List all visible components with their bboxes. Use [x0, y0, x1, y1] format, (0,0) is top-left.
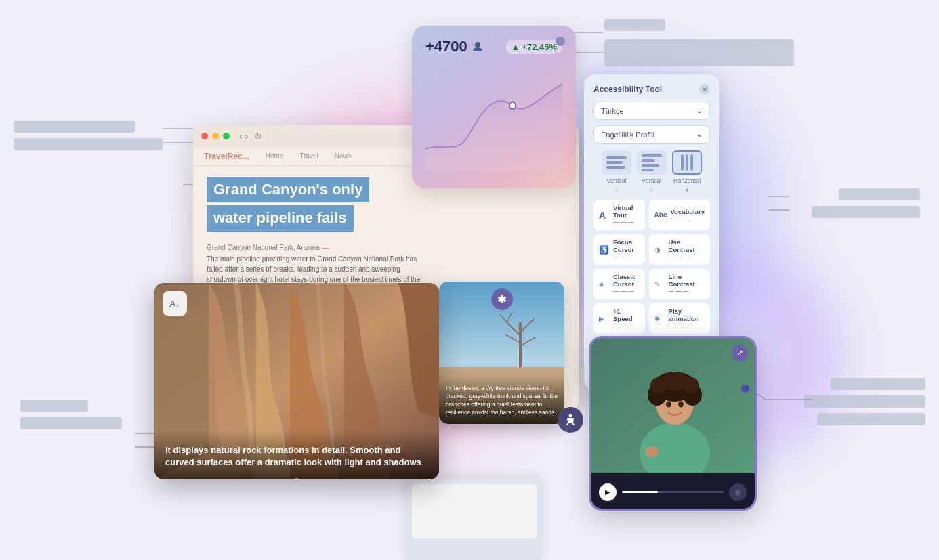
layout-box-horizontal[interactable] [672, 150, 702, 175]
layout-box-vertical-1[interactable] [602, 150, 631, 175]
chevron-down-icon-2: ⌄ [696, 130, 703, 139]
annotation-label-10 [804, 395, 925, 408]
layout-box-vertical-2[interactable] [637, 150, 667, 175]
panel-close-button[interactable]: ✕ [699, 84, 710, 95]
canyon-overlay: It displays natural rock formations in d… [154, 431, 439, 479]
video-progress-bar[interactable] [622, 491, 724, 493]
window-maximize-dot[interactable] [223, 133, 230, 139]
annotation-label-8 [812, 206, 920, 218]
panel-header: Accessibility Tool ✕ [593, 84, 710, 95]
annotation-label-11 [817, 413, 925, 425]
accessibility-icon [564, 413, 577, 427]
vi-bar [606, 161, 623, 164]
classic-cursor-label: Classic Cursor [613, 273, 640, 288]
forward-arrow[interactable]: › [245, 131, 249, 142]
option-text-wrapper: Classic Cursor — — — [613, 273, 640, 295]
hi-bar [686, 154, 688, 171]
stats-growth-badge: ▲ +72.45% [505, 40, 562, 54]
classic-cursor-icon: ◈ [599, 280, 610, 288]
option-vocabulary[interactable]: Abc Vocabulary — — — [649, 200, 710, 230]
use-contrast-desc: — — — [669, 253, 705, 261]
animation-desc: — — — [669, 322, 705, 330]
vocabulary-desc: — — — [670, 215, 705, 223]
users-count-value: +4700 [425, 38, 467, 56]
article-headline-1: Grand Canyon's only [207, 177, 369, 202]
bottom-device [406, 479, 542, 560]
nav-arrows: ‹ › [239, 131, 248, 142]
stats-dot [556, 37, 565, 46]
option-text-wrapper: Focus Cursor — — — [613, 238, 640, 261]
annotation-label-7 [839, 188, 920, 200]
back-arrow[interactable]: ‹ [239, 131, 243, 142]
line-contrast-label: Line Contrast [669, 273, 705, 288]
chevron-down-icon: ⌄ [696, 106, 703, 115]
panel-language-select[interactable]: Türkçe ⌄ [593, 102, 710, 120]
accessibility-button[interactable] [558, 407, 583, 433]
animation-icon: ✱ [654, 315, 665, 322]
corner-arrow-icon: ↗ [736, 348, 743, 358]
option-line-contrast[interactable]: ✎ Line Contrast — — — [649, 269, 710, 299]
svg-point-1 [509, 102, 516, 110]
line-contrast-desc: — — — [669, 288, 705, 295]
video-card: ↗ ▶ ◎ [589, 336, 757, 511]
video-progress-fill [622, 491, 658, 493]
window-close-dot[interactable] [201, 133, 208, 139]
layout-vertical-2[interactable]: Vertical ○ [637, 150, 667, 193]
svg-point-0 [475, 42, 480, 47]
nav-link-travel[interactable]: Travel [299, 152, 318, 160]
panel-profile-select[interactable]: Engellililik Profili ⌄ [593, 125, 710, 144]
option-classic-cursor[interactable]: ◈ Classic Cursor — — — [593, 269, 645, 299]
annotation-label-4 [14, 138, 163, 150]
nav-brand: TravelRec... [204, 152, 249, 161]
option-text-wrapper: Vocabulary — — — [670, 208, 705, 223]
desert-text-overlay: In the desert, a dry tree stands alone. … [439, 376, 564, 424]
annotation-label-5 [20, 400, 88, 412]
annotation-label-2 [604, 39, 794, 66]
cursor-dot [229, 181, 234, 187]
focus-cursor-icon: ♿ [599, 245, 610, 255]
canyon-image: A↕ It displays natural rock formations i… [154, 283, 439, 479]
device-screen [412, 484, 537, 538]
layout-dot-v2: ○ [650, 187, 654, 193]
article-headline-2: water pipeline fails [207, 205, 354, 231]
speed-icon-btn: ◎ [735, 489, 740, 496]
nav-link-home[interactable]: Home [266, 152, 284, 160]
canyon-caption: It displays natural rock formations in d… [165, 444, 428, 469]
virtual-tour-desc: — — — [613, 219, 640, 226]
option-use-contrast[interactable]: ◑ Use Contrast — — — [649, 234, 710, 265]
horizontal-icon [678, 152, 696, 173]
layout-label-h: Horizontal [673, 177, 701, 184]
video-speed-button[interactable]: ◎ [729, 483, 747, 501]
layout-dot-v1: ○ [615, 187, 619, 193]
vi-bar-2 [642, 154, 662, 157]
video-corner-icon: ↗ [732, 345, 748, 361]
option-virtual-tour[interactable]: A Virtual Tour — — — [593, 200, 645, 230]
layout-vertical-1[interactable]: Vertical ○ [602, 150, 631, 193]
nav-link-news[interactable]: News [335, 152, 352, 160]
stats-card-header: +4700 ▲ +72.45% [425, 38, 562, 56]
svg-point-23 [678, 402, 684, 408]
annotation-label-9 [831, 378, 925, 390]
speed-icon: ▶ [599, 315, 610, 322]
vi-bar [606, 166, 625, 169]
growth-value: +72.45% [522, 42, 557, 52]
annotation-label-6 [20, 417, 122, 429]
option-speed[interactable]: ▶ +1 Speed — — — [593, 303, 645, 334]
svg-point-22 [666, 402, 671, 408]
option-animation[interactable]: ✱ Play animation — — — [649, 303, 710, 334]
annotation-label-1 [604, 19, 665, 31]
language-value: Türkçe [601, 107, 624, 115]
option-focus-cursor[interactable]: ♿ Focus Cursor — — — [593, 234, 645, 265]
window-minimize-dot[interactable] [212, 133, 219, 139]
abc-icon: Abc [654, 211, 667, 219]
layout-label-v2: Vertical [642, 177, 662, 184]
video-play-button[interactable]: ▶ [599, 483, 617, 501]
option-text-wrapper: +1 Speed — — — [613, 307, 640, 330]
layout-horizontal[interactable]: Horizontal ● [672, 150, 702, 193]
play-icon: ▶ [605, 488, 610, 496]
hi-bar [681, 154, 684, 171]
vi-bar-2 [642, 159, 655, 162]
video-person-area: ↗ [591, 338, 755, 473]
growth-arrow: ▲ [511, 42, 520, 52]
classic-cursor-desc: — — — [613, 288, 640, 295]
